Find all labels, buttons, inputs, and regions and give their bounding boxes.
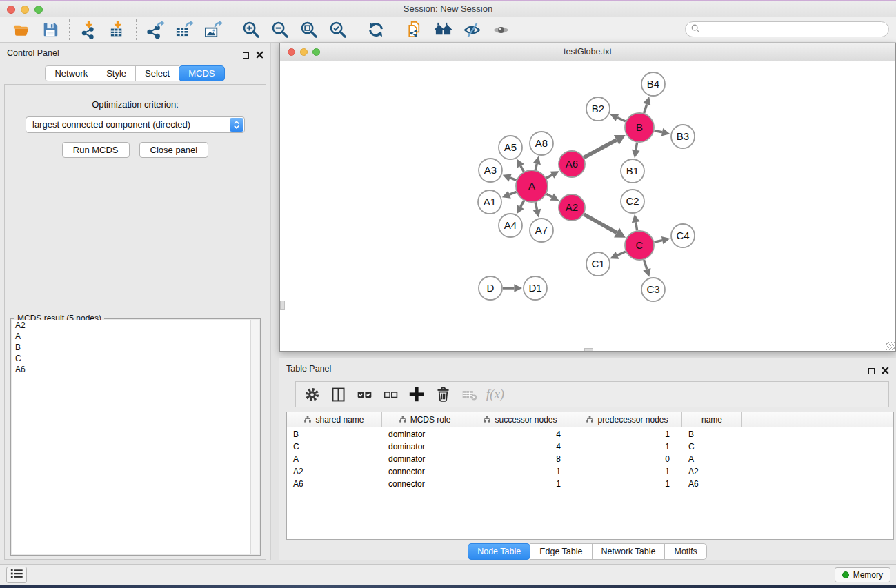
graph-node-D[interactable]: D [479, 276, 502, 300]
tab-network[interactable]: Network [45, 65, 97, 81]
graph-edge-A-A4[interactable] [517, 201, 524, 214]
graph-edge-B-B1[interactable] [632, 143, 640, 159]
table-mode-icon[interactable] [301, 384, 322, 405]
graph-node-C3[interactable]: C3 [641, 278, 665, 301]
zoom-out-icon[interactable] [269, 19, 291, 40]
graph-node-A5[interactable]: A5 [499, 136, 522, 159]
window-resize-grip[interactable] [886, 342, 895, 350]
create-column-icon[interactable] [406, 384, 427, 405]
memory-button[interactable]: Memory [835, 567, 890, 582]
graph-edge-C-C1[interactable] [610, 252, 626, 259]
graph-edge-A-A2[interactable] [546, 193, 559, 201]
graph-node-A8[interactable]: A8 [530, 132, 553, 155]
horizontal-scroll-mark[interactable] [584, 348, 593, 351]
task-history-button[interactable] [6, 567, 27, 583]
graph-node-C1[interactable]: C1 [586, 252, 610, 276]
graph-edge-A2-C[interactable] [584, 214, 626, 238]
graph-edge-B-B4[interactable] [643, 97, 650, 113]
search-box[interactable] [685, 21, 889, 37]
zoom-selected-icon[interactable] [327, 19, 349, 40]
criterion-dropdown[interactable]: largest connected component (directed) [26, 116, 245, 133]
graph-edge-A-A3[interactable] [503, 174, 517, 181]
graph-edge-A-A6[interactable] [546, 171, 559, 179]
graph-node-B2[interactable]: B2 [586, 97, 610, 121]
graph-node-A3[interactable]: A3 [479, 159, 502, 182]
column-header-MCDS-role[interactable]: MCDS role [382, 412, 468, 427]
tab-node-table[interactable]: Node Table [468, 543, 530, 560]
vertical-scroll-mark[interactable] [280, 301, 285, 310]
clone-network-icon[interactable] [403, 19, 425, 40]
graph-node-B4[interactable]: B4 [641, 72, 665, 96]
tab-mcds[interactable]: MCDS [179, 65, 224, 81]
close-table-panel-icon[interactable] [882, 365, 889, 377]
table-row[interactable]: A2connector11A2 [287, 466, 893, 477]
column-header-predecessor-nodes[interactable]: predecessor nodes [573, 412, 682, 427]
graph-node-C2[interactable]: C2 [621, 190, 644, 213]
select-all-icon[interactable] [354, 384, 375, 405]
mcds-result-list[interactable]: A2ABCA6 [12, 320, 259, 554]
result-list-item[interactable]: B [12, 342, 259, 353]
graph-node-C4[interactable]: C4 [671, 224, 695, 247]
run-mcds-button[interactable]: Run MCDS [62, 142, 130, 158]
save-session-icon[interactable] [39, 19, 61, 40]
network-minimize-icon[interactable] [300, 48, 308, 56]
graph-edge-C-C4[interactable] [654, 236, 670, 244]
open-file-icon[interactable] [10, 19, 32, 40]
result-list-item[interactable]: A6 [12, 364, 259, 375]
search-input[interactable] [703, 23, 888, 36]
minimize-window-icon[interactable] [21, 6, 29, 14]
result-list-item[interactable]: C [12, 353, 259, 364]
graph-node-A2[interactable]: A2 [559, 194, 585, 221]
tab-motifs[interactable]: Motifs [664, 543, 706, 560]
result-list-item[interactable]: A2 [12, 320, 259, 331]
import-network-icon[interactable] [77, 19, 99, 40]
tab-style[interactable]: Style [97, 65, 136, 81]
float-panel-icon[interactable] [243, 52, 249, 59]
network-canvas[interactable]: B4B2BB3A8A5A6A3B1AA1C2A2A4A7C4CC1C3DD1 [280, 61, 895, 351]
float-table-panel-icon[interactable] [868, 368, 875, 374]
tab-edge-table[interactable]: Edge Table [530, 543, 592, 560]
tab-select[interactable]: Select [135, 65, 179, 81]
zoom-fit-icon[interactable] [298, 19, 320, 40]
maximize-window-icon[interactable] [34, 6, 43, 14]
graph-edge-A-A5[interactable] [517, 159, 524, 172]
close-panel-icon[interactable] [256, 49, 263, 61]
graph-edge-A-A8[interactable] [533, 156, 541, 170]
graph-node-A[interactable]: A [516, 170, 548, 202]
graph-edge-C-C2[interactable] [632, 214, 640, 230]
table-row[interactable]: Cdominator41C [287, 441, 893, 452]
graph-edge-A-A7[interactable] [533, 202, 541, 217]
zoom-in-icon[interactable] [240, 19, 262, 40]
column-header-name[interactable]: name [682, 412, 742, 427]
column-header-successor-nodes[interactable]: successor nodes [468, 412, 573, 427]
graph-edge-A6-B[interactable] [584, 135, 626, 158]
graph-node-D1[interactable]: D1 [524, 276, 547, 300]
graph-node-A1[interactable]: A1 [478, 190, 501, 214]
show-all-icon[interactable] [490, 19, 512, 40]
export-network-icon[interactable] [144, 19, 166, 40]
show-column-icon[interactable] [328, 384, 348, 405]
layout-home-icon[interactable] [432, 19, 454, 40]
export-image-icon[interactable] [202, 19, 224, 40]
graph-edge-C-C3[interactable] [643, 260, 650, 277]
close-window-icon[interactable] [7, 6, 15, 14]
refresh-icon[interactable] [365, 19, 387, 40]
graph-node-B1[interactable]: B1 [621, 159, 644, 183]
hide-selected-icon[interactable] [461, 19, 483, 40]
graph-edge-B-B3[interactable] [655, 128, 670, 136]
import-table-icon[interactable] [106, 19, 128, 40]
graph-node-B3[interactable]: B3 [671, 125, 695, 148]
graph-edge-D-D1[interactable] [503, 284, 522, 292]
graph-node-A6[interactable]: A6 [559, 151, 585, 177]
result-list-item[interactable]: A [12, 331, 259, 342]
network-close-icon[interactable] [288, 48, 295, 56]
result-list-scrollbar[interactable] [250, 320, 259, 554]
column-header-shared-name[interactable]: shared name [287, 412, 382, 427]
table-row[interactable]: Adominator80A [287, 454, 893, 465]
table-row[interactable]: Bdominator41B [287, 429, 893, 440]
graph-edge-A-A1[interactable] [502, 191, 517, 199]
graph-node-C[interactable]: C [625, 231, 654, 260]
graph-node-A4[interactable]: A4 [499, 214, 522, 237]
deselect-all-icon[interactable] [380, 384, 401, 405]
graph-edge-B-B2[interactable] [610, 114, 626, 121]
